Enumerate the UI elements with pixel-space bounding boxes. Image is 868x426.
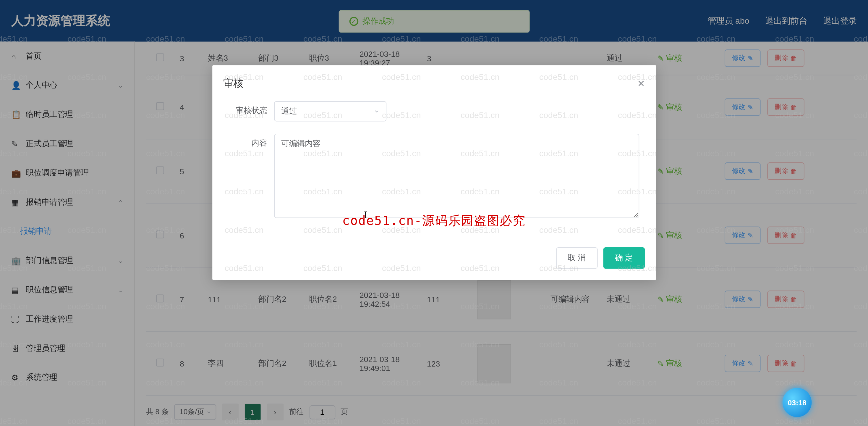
content-label: 内容 bbox=[229, 134, 274, 148]
status-select[interactable]: 通过 bbox=[274, 101, 386, 121]
cancel-button[interactable]: 取 消 bbox=[556, 247, 597, 268]
close-icon[interactable]: ✕ bbox=[638, 78, 645, 88]
video-timestamp-bubble: 03:18 bbox=[782, 388, 812, 417]
status-label: 审核状态 bbox=[229, 101, 274, 116]
confirm-button[interactable]: 确 定 bbox=[603, 247, 645, 268]
dialog-title: 审核 bbox=[223, 76, 243, 90]
content-textarea[interactable] bbox=[274, 134, 639, 218]
audit-dialog: 审核 ✕ 审核状态 通过 内容 取 消 确 定 bbox=[212, 65, 656, 280]
